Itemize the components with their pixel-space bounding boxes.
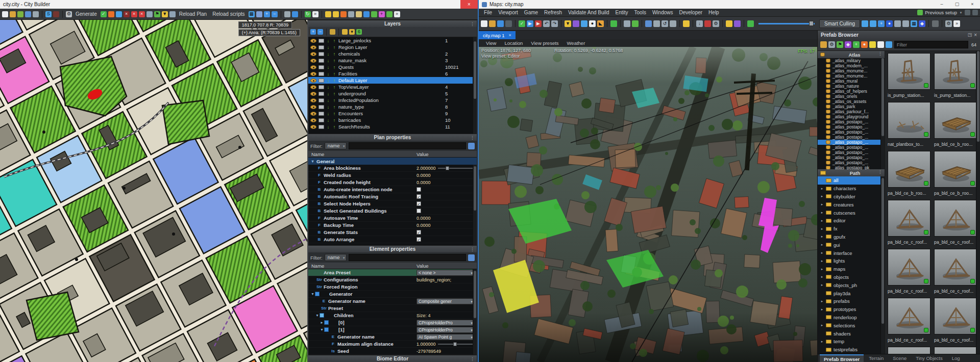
value-slider[interactable] (438, 344, 474, 345)
block-icon[interactable] (292, 11, 298, 17)
flag-icon[interactable]: ⚑ (154, 11, 160, 17)
save-icon[interactable] (33, 11, 39, 17)
scrollbar-thumb[interactable] (474, 166, 476, 211)
open-folder-icon[interactable] (10, 11, 16, 17)
atlas-item[interactable]: _atlas_postapo_... (818, 150, 885, 155)
property-row[interactable]: ▸[0]CPropsHolderPro (308, 319, 477, 326)
menu-game[interactable]: Game (521, 10, 541, 15)
prefab-item[interactable]: is_pump_station... (934, 53, 977, 98)
property-row[interactable]: ▾ChildrenSize: 4 (308, 312, 477, 319)
layer-visibility-icon[interactable] (310, 105, 316, 109)
atlas-item[interactable]: _atlas_postapo_... (818, 135, 885, 140)
pin-purple-icon[interactable] (734, 20, 741, 27)
paint-icon[interactable] (53, 11, 59, 17)
lock-yellow-icon[interactable] (325, 11, 331, 17)
redo-icon[interactable]: ↷ (551, 20, 558, 27)
scrollbar[interactable] (473, 269, 477, 355)
gem-icon[interactable]: ◆ (919, 20, 925, 27)
bottom-tab-terrain[interactable]: Terrain (865, 354, 888, 362)
property-row[interactable]: EGenerator nameAI Spawn Point g (308, 333, 477, 341)
delete-small-icon[interactable]: × (139, 11, 145, 17)
prefab-thumbnail[interactable] (934, 200, 977, 237)
prefab-thumbnail[interactable] (888, 151, 930, 188)
gear-icon[interactable]: ⚙ (828, 41, 835, 48)
gem-purple-icon[interactable]: ◆ (845, 41, 851, 48)
prefab-browser-header[interactable]: Prefab Browser ◳ × (818, 31, 980, 39)
layer-row[interactable]: ↓↑Region Layer (308, 44, 477, 50)
layer-visibility-icon[interactable] (310, 39, 316, 43)
new-file-icon[interactable] (481, 20, 487, 27)
cursor-icon[interactable] (862, 20, 868, 27)
move-down-icon[interactable]: ↓ (326, 58, 330, 63)
property-row[interactable]: FArea blockiness2.000000 (308, 165, 477, 172)
avatar-icon[interactable] (610, 20, 617, 27)
atlas-item[interactable]: _atlas_modern_... (818, 63, 885, 68)
move-up-icon[interactable]: ↑ (332, 65, 336, 70)
expand-icon[interactable]: ▸ (820, 275, 824, 279)
layer-row[interactable]: ↓↑nature_type8 (308, 104, 477, 110)
scroll-2-icon[interactable] (356, 11, 362, 17)
layer-visibility-icon[interactable] (310, 65, 316, 69)
ruler-icon[interactable]: ◣ (597, 20, 604, 27)
scrollbar[interactable] (880, 176, 885, 354)
checkbox[interactable] (416, 187, 421, 192)
prefab-thumbnail[interactable] (934, 53, 977, 90)
tab-city-map[interactable]: city.map 1 × (479, 31, 516, 39)
move-up-icon[interactable]: ↑ (332, 58, 336, 63)
menu-validate-and-build[interactable]: Validate And Build (565, 10, 612, 15)
property-row[interactable]: EGenerator nameComposite gener (308, 298, 477, 305)
move-down-icon[interactable]: ↓ (326, 51, 330, 57)
property-row[interactable]: StrPreset (308, 305, 477, 312)
pin-green-icon[interactable] (386, 11, 393, 17)
close-panel-icon[interactable]: × (974, 32, 977, 38)
prefab-filter-input[interactable] (894, 41, 968, 48)
move-up-icon[interactable]: ↑ (332, 91, 336, 96)
prefab-item[interactable]: pa_bld_ce_c_roof... (888, 200, 930, 245)
add-icon[interactable]: + (264, 11, 270, 17)
layer-row[interactable]: ↓↑Facilities6 (308, 70, 477, 77)
checkbox[interactable]: ✓ (416, 194, 421, 199)
marker-pin-icon[interactable] (116, 11, 122, 17)
copy-icon[interactable] (645, 20, 652, 27)
filter-table-icon[interactable] (468, 254, 475, 261)
scrollbar-thumb[interactable] (881, 58, 884, 136)
gear-icon[interactable]: ⚙ (713, 20, 719, 27)
bottom-tab-log[interactable]: Log (948, 354, 964, 362)
menu-windows[interactable]: Windows (649, 10, 676, 15)
scroll-icon[interactable] (256, 11, 262, 17)
prefab-thumbnail[interactable] (888, 347, 930, 354)
history-icon[interactable] (505, 20, 512, 27)
layer-visibility-icon[interactable] (310, 112, 316, 116)
move-down-icon[interactable]: ↓ (326, 118, 330, 123)
property-row[interactable]: FWeld radius0.0000 (308, 172, 477, 179)
undo-icon[interactable]: ↶ (543, 20, 550, 27)
move-down-icon[interactable]: ↓ (326, 65, 330, 70)
prefab-thumbnail[interactable] (888, 249, 930, 286)
move-icon[interactable]: + (878, 20, 885, 27)
prefab-thumbnail[interactable] (888, 53, 930, 90)
biome-editor-header[interactable]: Biome Editor⋮ (308, 355, 477, 362)
prefab-item[interactable]: pa_bld_ce_c_roof... (888, 298, 930, 343)
collapse-icon[interactable]: ▾ (320, 327, 324, 332)
value-dropdown[interactable]: Composite gener (416, 298, 474, 304)
lock-search-icon[interactable] (333, 11, 339, 17)
menu-tools[interactable]: Tools (631, 10, 649, 15)
expand-icon[interactable]: ▸ (820, 235, 824, 239)
prefab-item[interactable]: pa_bld_ce_b_roo... (934, 102, 977, 147)
save-icon[interactable] (497, 20, 504, 27)
expand-icon[interactable]: ▸ (820, 243, 824, 247)
menu-file[interactable]: File (481, 10, 495, 15)
move-up-icon[interactable]: ↑ (332, 124, 336, 130)
prefab-item[interactable] (888, 347, 930, 354)
close-button[interactable]: × (460, 0, 478, 9)
remove-layer-icon[interactable]: − (317, 29, 323, 35)
shield-blue-icon[interactable] (363, 11, 370, 17)
prefab-item[interactable]: pa_bld_ce_b_roo... (934, 151, 977, 196)
bulb-icon[interactable] (869, 41, 876, 48)
atlas-item[interactable]: _atlas_postapo_... (818, 130, 885, 135)
layer-visibility-icon[interactable] (310, 92, 316, 96)
layers-panel-header[interactable]: Layers⋮ (308, 20, 477, 27)
prefab-item[interactable]: pa_bld_ce_c_roof... (934, 249, 977, 294)
move-up-icon[interactable]: ↑ (332, 51, 336, 57)
layer-row[interactable]: ↓↑TopViewLayer4 (308, 84, 477, 90)
